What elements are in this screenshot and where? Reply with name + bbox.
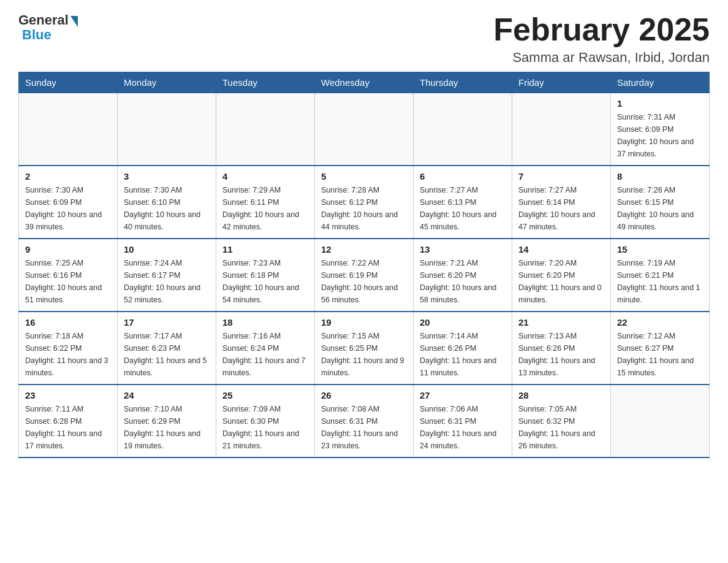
header-day-sunday: Sunday — [19, 72, 118, 93]
day-info: Sunrise: 7:31 AMSunset: 6:09 PMDaylight:… — [617, 111, 703, 160]
day-info: Sunrise: 7:15 AMSunset: 6:25 PMDaylight:… — [321, 330, 407, 379]
logo: General Blue — [18, 12, 78, 43]
calendar-cell: 14Sunrise: 7:20 AMSunset: 6:20 PMDayligh… — [512, 239, 611, 312]
calendar-cell: 8Sunrise: 7:26 AMSunset: 6:15 PMDaylight… — [611, 166, 710, 239]
day-info: Sunrise: 7:14 AMSunset: 6:26 PMDaylight:… — [420, 330, 506, 379]
calendar-cell: 20Sunrise: 7:14 AMSunset: 6:26 PMDayligh… — [414, 312, 512, 385]
day-number: 10 — [124, 244, 210, 255]
day-number: 7 — [518, 171, 604, 182]
day-number: 20 — [420, 317, 506, 327]
calendar-body: 1Sunrise: 7:31 AMSunset: 6:09 PMDaylight… — [19, 93, 710, 458]
calendar-cell: 2Sunrise: 7:30 AMSunset: 6:09 PMDaylight… — [19, 166, 118, 239]
day-number: 25 — [222, 390, 308, 400]
calendar-table: SundayMondayTuesdayWednesdayThursdayFrid… — [18, 72, 710, 458]
day-number: 22 — [617, 317, 703, 327]
calendar-week-3: 9Sunrise: 7:25 AMSunset: 6:16 PMDaylight… — [19, 239, 710, 312]
day-number: 8 — [617, 171, 703, 182]
calendar-cell: 24Sunrise: 7:10 AMSunset: 6:29 PMDayligh… — [118, 385, 216, 458]
day-number: 15 — [617, 244, 703, 255]
day-info: Sunrise: 7:06 AMSunset: 6:31 PMDaylight:… — [420, 403, 506, 452]
day-number: 19 — [321, 317, 407, 327]
calendar-cell: 4Sunrise: 7:29 AMSunset: 6:11 PMDaylight… — [216, 166, 315, 239]
calendar-cell — [118, 93, 216, 166]
day-info: Sunrise: 7:24 AMSunset: 6:17 PMDaylight:… — [124, 257, 210, 306]
day-number: 5 — [321, 171, 407, 182]
calendar-week-1: 1Sunrise: 7:31 AMSunset: 6:09 PMDaylight… — [19, 93, 710, 166]
day-number: 17 — [124, 317, 210, 327]
day-number: 2 — [25, 171, 111, 182]
day-number: 16 — [25, 317, 111, 327]
calendar-cell: 28Sunrise: 7:05 AMSunset: 6:32 PMDayligh… — [512, 385, 611, 458]
day-info: Sunrise: 7:09 AMSunset: 6:30 PMDaylight:… — [222, 403, 308, 452]
calendar-cell: 27Sunrise: 7:06 AMSunset: 6:31 PMDayligh… — [414, 385, 512, 458]
calendar-cell: 19Sunrise: 7:15 AMSunset: 6:25 PMDayligh… — [315, 312, 414, 385]
day-number: 18 — [222, 317, 308, 327]
calendar-cell: 15Sunrise: 7:19 AMSunset: 6:21 PMDayligh… — [611, 239, 710, 312]
day-number: 28 — [518, 390, 604, 400]
header-row: SundayMondayTuesdayWednesdayThursdayFrid… — [19, 72, 710, 93]
day-info: Sunrise: 7:30 AMSunset: 6:09 PMDaylight:… — [25, 184, 111, 233]
day-info: Sunrise: 7:11 AMSunset: 6:28 PMDaylight:… — [25, 403, 111, 452]
day-info: Sunrise: 7:08 AMSunset: 6:31 PMDaylight:… — [321, 403, 407, 452]
day-number: 4 — [222, 171, 308, 182]
calendar-cell: 10Sunrise: 7:24 AMSunset: 6:17 PMDayligh… — [118, 239, 216, 312]
day-info: Sunrise: 7:27 AMSunset: 6:14 PMDaylight:… — [518, 184, 604, 233]
day-number: 24 — [124, 390, 210, 400]
day-number: 9 — [25, 244, 111, 255]
day-number: 14 — [518, 244, 604, 255]
logo-general-text: General — [18, 12, 69, 28]
day-info: Sunrise: 7:13 AMSunset: 6:26 PMDaylight:… — [518, 330, 604, 379]
day-info: Sunrise: 7:29 AMSunset: 6:11 PMDaylight:… — [222, 184, 308, 233]
calendar-cell: 7Sunrise: 7:27 AMSunset: 6:14 PMDaylight… — [512, 166, 611, 239]
day-info: Sunrise: 7:16 AMSunset: 6:24 PMDaylight:… — [222, 330, 308, 379]
header-day-tuesday: Tuesday — [216, 72, 315, 93]
day-info: Sunrise: 7:30 AMSunset: 6:10 PMDaylight:… — [124, 184, 210, 233]
logo-blue-text: Blue — [22, 27, 51, 43]
day-info: Sunrise: 7:25 AMSunset: 6:16 PMDaylight:… — [25, 257, 111, 306]
header-day-thursday: Thursday — [414, 72, 512, 93]
day-number: 27 — [420, 390, 506, 400]
title-block: February 2025 Samma ar Rawsan, Irbid, Jo… — [493, 12, 710, 66]
day-info: Sunrise: 7:27 AMSunset: 6:13 PMDaylight:… — [420, 184, 506, 233]
calendar-cell: 17Sunrise: 7:17 AMSunset: 6:23 PMDayligh… — [118, 312, 216, 385]
calendar-cell: 9Sunrise: 7:25 AMSunset: 6:16 PMDaylight… — [19, 239, 118, 312]
day-number: 11 — [222, 244, 308, 255]
calendar-week-4: 16Sunrise: 7:18 AMSunset: 6:22 PMDayligh… — [19, 312, 710, 385]
calendar-week-5: 23Sunrise: 7:11 AMSunset: 6:28 PMDayligh… — [19, 385, 710, 458]
calendar-cell — [19, 93, 118, 166]
day-number: 26 — [321, 390, 407, 400]
calendar-cell: 23Sunrise: 7:11 AMSunset: 6:28 PMDayligh… — [19, 385, 118, 458]
calendar-cell — [315, 93, 414, 166]
calendar-cell — [611, 385, 710, 458]
header: General Blue February 2025 Samma ar Raws… — [18, 12, 710, 66]
day-info: Sunrise: 7:26 AMSunset: 6:15 PMDaylight:… — [617, 184, 703, 233]
calendar-cell: 26Sunrise: 7:08 AMSunset: 6:31 PMDayligh… — [315, 385, 414, 458]
calendar-cell: 1Sunrise: 7:31 AMSunset: 6:09 PMDaylight… — [611, 93, 710, 166]
calendar-header: SundayMondayTuesdayWednesdayThursdayFrid… — [19, 72, 710, 93]
day-number: 13 — [420, 244, 506, 255]
day-number: 12 — [321, 244, 407, 255]
calendar-cell: 21Sunrise: 7:13 AMSunset: 6:26 PMDayligh… — [512, 312, 611, 385]
logo-arrow-icon — [70, 16, 78, 27]
day-info: Sunrise: 7:21 AMSunset: 6:20 PMDaylight:… — [420, 257, 506, 306]
header-day-friday: Friday — [512, 72, 611, 93]
calendar-cell: 16Sunrise: 7:18 AMSunset: 6:22 PMDayligh… — [19, 312, 118, 385]
calendar-cell: 18Sunrise: 7:16 AMSunset: 6:24 PMDayligh… — [216, 312, 315, 385]
day-info: Sunrise: 7:28 AMSunset: 6:12 PMDaylight:… — [321, 184, 407, 233]
calendar-cell: 11Sunrise: 7:23 AMSunset: 6:18 PMDayligh… — [216, 239, 315, 312]
day-info: Sunrise: 7:22 AMSunset: 6:19 PMDaylight:… — [321, 257, 407, 306]
day-info: Sunrise: 7:23 AMSunset: 6:18 PMDaylight:… — [222, 257, 308, 306]
calendar-cell: 13Sunrise: 7:21 AMSunset: 6:20 PMDayligh… — [414, 239, 512, 312]
main-title: February 2025 — [493, 12, 710, 47]
calendar-cell: 22Sunrise: 7:12 AMSunset: 6:27 PMDayligh… — [611, 312, 710, 385]
calendar-cell: 12Sunrise: 7:22 AMSunset: 6:19 PMDayligh… — [315, 239, 414, 312]
calendar-week-2: 2Sunrise: 7:30 AMSunset: 6:09 PMDaylight… — [19, 166, 710, 239]
day-number: 23 — [25, 390, 111, 400]
header-day-saturday: Saturday — [611, 72, 710, 93]
day-number: 6 — [420, 171, 506, 182]
day-info: Sunrise: 7:10 AMSunset: 6:29 PMDaylight:… — [124, 403, 210, 452]
calendar-cell: 6Sunrise: 7:27 AMSunset: 6:13 PMDaylight… — [414, 166, 512, 239]
day-number: 3 — [124, 171, 210, 182]
calendar-cell: 25Sunrise: 7:09 AMSunset: 6:30 PMDayligh… — [216, 385, 315, 458]
day-number: 1 — [617, 98, 703, 109]
